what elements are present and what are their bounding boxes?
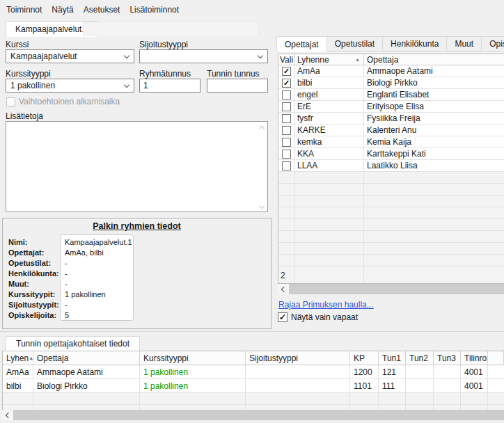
tunnin-tunnus-input[interactable] [207,79,268,93]
empty-row [278,219,504,231]
kurssi-select[interactable]: Kampaajapalvelut [6,49,134,63]
table-row[interactable]: ✓ bilbi Biologi Pirkko [278,77,504,89]
vaihtoehtoinen-label: Vaihtoehtoinen alkamisaika [19,97,120,106]
sort-asc-icon: ▲ [29,356,33,360]
cell-lyhen: bilbi [3,379,33,392]
menu-toiminnot[interactable]: Toiminnot [6,5,42,15]
table-row[interactable]: LLAA Laatikko Liisa [278,160,504,172]
col-tun2[interactable]: Tun2 [406,351,434,365]
col-tun3[interactable]: Tun3 [434,351,461,365]
cell-lyhenne: ErE [295,101,364,112]
table-row[interactable]: AmAa Ammaope Aatami 1 pakollinen 1200 12… [3,365,504,379]
cell-tun3 [434,379,461,392]
tab-opiskelijat[interactable]: Opiskelij [481,36,504,51]
info-label: Henkilökunta: [8,269,60,278]
info-label: Muut: [8,280,60,288]
empty-row [3,393,504,405]
row-checkbox[interactable] [282,150,291,159]
row-checkbox[interactable]: ✓ [282,79,291,88]
menu-asetukset[interactable]: Asetukset [84,5,120,15]
row-checkbox[interactable] [282,90,291,99]
section-divider [0,331,504,332]
palkin-ryhmien-tiedot-panel: Palkin ryhmien tiedot Nimi:Kampaajapalve… [2,218,271,329]
table-row[interactable]: ✓ AmAa Ammaope Aatami [278,65,504,77]
cell-tun1: 121 [379,365,406,378]
table-row[interactable]: engel Englanti Elisabet [278,89,504,101]
vaihtoehtoinen-checkbox: Vaihtoehtoinen alkamisaika [6,97,120,106]
col-kp[interactable]: KP [350,351,379,365]
row-checkbox[interactable] [282,161,291,170]
row-checkbox[interactable]: ✓ [282,67,291,76]
tab-opettajat[interactable]: Opettajat [276,36,327,51]
scroll-down-icon[interactable] [259,203,265,209]
table-row[interactable]: bilbi Biologi Pirkko 1 pakollinen 1101 1… [3,379,504,393]
lisatietoja-textarea[interactable] [6,121,268,212]
scroll-left-button[interactable] [2,410,13,420]
col-tilinro[interactable]: Tilinro [461,351,488,365]
tab-tunnin-opettajakohtaiset-tiedot[interactable]: Tunnin opettajakohtaiset tiedot [6,336,140,351]
menu-bar: Toiminnot Näytä Asetukset Lisätoiminnot [0,0,504,19]
textarea-scrollbar[interactable] [256,122,267,212]
scroll-up-icon[interactable] [259,126,265,131]
teacher-table-header: Vali Lyhenne▲ Opettaja [278,54,504,65]
row-checkbox[interactable] [282,126,291,135]
cell-lyhenne: LLAA [295,160,364,171]
table-row[interactable]: KKA Karttakeppi Kati [278,148,504,160]
table-row[interactable]: KARKE Kalenteri Anu [278,125,504,136]
empty-row [278,255,504,266]
scroll-left-button[interactable] [278,284,289,294]
ryhmatunnus-input[interactable] [139,79,200,93]
empty-row [278,243,504,255]
checkbox-box [6,97,15,106]
info-label: Nimi: [8,238,60,246]
cell-opettaja: Erityisope Elisa [364,101,504,112]
cell-lyhenne: engel [295,89,364,100]
col-extra [488,351,504,365]
lesson-table-hscrollbar[interactable] [2,410,504,420]
kurssityyppi-select[interactable]: 1 pakollinen [6,79,134,93]
sort-asc-icon: ▲ [355,57,360,62]
cell-tilinro: 4001 [461,365,488,378]
row-checkbox[interactable] [282,114,291,123]
info-label: Opiskelijoita: [8,311,60,319]
menu-lisatoiminnot[interactable]: Lisätoiminnot [129,5,179,15]
info-value: - [60,301,68,309]
kurssi-value: Kampaajapalvelut [10,51,77,61]
cell-kp: 1200 [350,365,379,378]
tab-henkilokunta[interactable]: Henkilökunta [382,36,447,51]
col-opettaja[interactable]: Opettaja [33,351,140,365]
selected-count: 2 [278,266,295,284]
rajaa-primuksen-haulla-link[interactable]: Rajaa Primuksen haulla... [278,300,374,310]
menu-nayta[interactable]: Näytä [52,5,73,15]
checkbox-box[interactable]: ✓ [278,312,288,322]
nayta-vain-vapaat-checkbox[interactable]: ✓ Näytä vain vapaat [278,312,358,322]
tab-muut[interactable]: Muut [446,36,482,51]
col-kurssityyppi[interactable]: Kurssityyppi [140,351,246,365]
col-tun1[interactable]: Tun1 [379,351,406,365]
col-lyhen[interactable]: Lyhen▲ [3,351,33,365]
table-row[interactable]: fysfr Fysiikka Freija [278,113,504,125]
tab-opetustilat[interactable]: Opetustilat [326,36,383,51]
cell-kurssityyppi: 1 pakollinen [140,379,246,392]
table-row[interactable]: ErE Erityisope Elisa [278,101,504,113]
empty-row [278,207,504,219]
app-window: Toiminnot Näytä Asetukset Lisätoiminnot … [0,0,504,423]
cell-tilinro: 4001 [461,379,488,392]
sijoitustyyppi-select[interactable] [139,49,268,63]
cell-lyhenne: fysfr [295,113,364,124]
row-checkbox[interactable] [282,102,291,111]
empty-row [278,172,504,184]
col-vali[interactable]: Vali [278,54,295,65]
table-row[interactable]: kemka Kemia Kaija [278,136,504,148]
teacher-table-hscrollbar[interactable] [278,284,504,294]
row-checkbox[interactable] [282,138,291,147]
kurssityyppi-label: Kurssityyppi [6,69,51,79]
col-opettaja[interactable]: Opettaja [364,54,504,65]
ryhmatunnus-label: Ryhmätunnus [139,69,191,79]
cell-lyhenne: AmAa [295,65,364,77]
cell-lyhen: AmAa [3,365,33,378]
resource-tab-bar: Opettajat Opetustilat Henkilökunta Muut … [276,36,504,51]
info-value: - [60,259,68,267]
col-sijoitustyyppi[interactable]: Sijoitustyyppi [246,351,350,365]
col-lyhenne[interactable]: Lyhenne▲ [295,54,364,65]
